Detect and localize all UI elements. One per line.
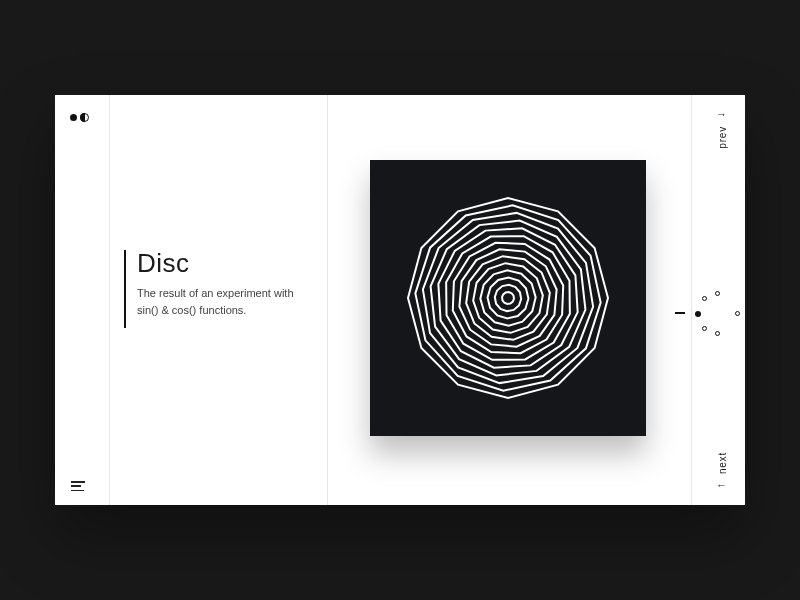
grid-line (327, 95, 328, 505)
next-button[interactable]: next ← (715, 452, 729, 491)
svg-marker-8 (466, 256, 550, 340)
grid-line (109, 95, 110, 505)
cluster-dot[interactable] (715, 331, 720, 336)
disc-artwork-icon (370, 160, 646, 436)
cluster-dot[interactable] (702, 296, 707, 301)
artwork-description: The result of an experiment with sin() &… (137, 285, 312, 319)
cluster-dot[interactable] (702, 326, 707, 331)
title-accent-bar (124, 250, 126, 328)
page-indicator (70, 110, 89, 124)
menu-icon[interactable] (71, 481, 85, 491)
svg-marker-12 (495, 285, 521, 311)
gallery-card: Disc The result of an experiment with si… (55, 95, 745, 505)
cluster-dot[interactable] (715, 291, 720, 296)
cluster-dot[interactable] (735, 311, 740, 316)
svg-marker-13 (502, 292, 514, 304)
prev-label: prev (717, 126, 728, 149)
svg-marker-9 (473, 263, 543, 333)
svg-marker-2 (423, 213, 593, 383)
svg-marker-0 (408, 198, 608, 398)
svg-marker-11 (488, 278, 529, 319)
cluster-tick-icon (675, 312, 685, 314)
svg-marker-5 (446, 236, 570, 360)
next-label: next (717, 452, 728, 474)
artwork-tile (370, 160, 646, 436)
arrow-up-icon: → (715, 109, 729, 120)
cluster-dot-active[interactable] (695, 311, 701, 317)
pager-dot-filled-icon (70, 114, 77, 121)
prev-button[interactable]: → prev (715, 109, 729, 149)
slide-dot-cluster (691, 287, 745, 341)
arrow-down-icon: ← (715, 480, 729, 491)
svg-marker-6 (453, 243, 563, 353)
svg-marker-1 (415, 205, 600, 390)
pager-dot-half-icon (80, 113, 89, 122)
artwork-title: Disc (137, 248, 190, 279)
